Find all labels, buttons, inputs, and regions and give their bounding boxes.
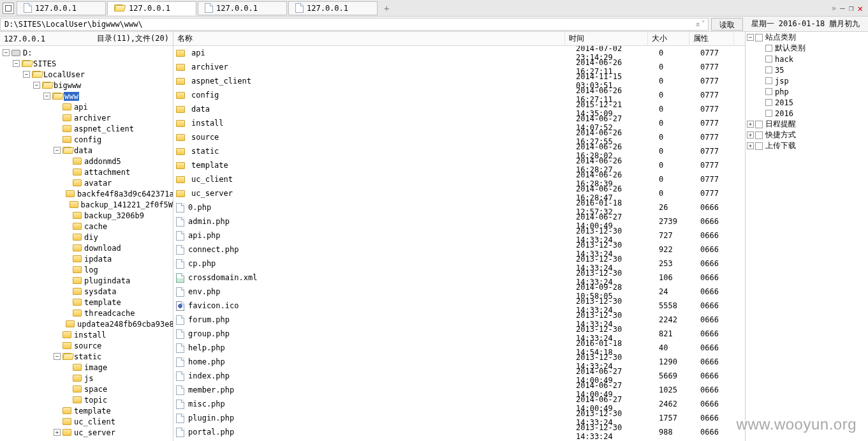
list-item[interactable]: data2015-12-21 14:35:0900777 [173, 102, 745, 116]
tab-add-button[interactable]: + [379, 2, 394, 15]
tree-node[interactable]: threadcache [0, 308, 173, 318]
tab-1[interactable]: 127.0.0.1 [107, 1, 196, 15]
right-tree-item[interactable]: +日程提醒 [746, 119, 868, 130]
tree-node[interactable]: −data [0, 145, 173, 156]
right-tree-item[interactable]: 默认类别 [746, 43, 868, 54]
path-updown-icon[interactable]: ± ˅ [696, 20, 704, 28]
right-tree-item[interactable]: +快捷方式 [746, 130, 868, 140]
list-item[interactable]: cp.php2013-12-30 14:33:242530666 [173, 257, 745, 271]
tree-node[interactable]: api [0, 101, 173, 112]
list-item[interactable]: portal.php2013-12-30 14:33:249880666 [173, 425, 745, 439]
right-tree-item[interactable]: +上传下载 [746, 140, 868, 151]
checkbox-icon[interactable] [765, 110, 772, 117]
list-item[interactable]: env.php2014-09-28 10:58:05240666 [173, 285, 745, 299]
checkbox-icon[interactable] [765, 88, 772, 95]
tree-node[interactable]: topic [0, 394, 173, 405]
list-item[interactable]: group.php2013-12-30 14:33:248210666 [173, 327, 745, 341]
path-input[interactable]: D:\SITES\LocalUser\bigwww\www\ ± ˅ [0, 18, 709, 31]
list-item[interactable]: source2014-06-26 16:27:5500777 [173, 130, 745, 144]
list-item[interactable]: aspnet_client2014-11-15 03:03:5100777 [173, 74, 745, 88]
tree-node[interactable]: js [0, 373, 173, 384]
tree-node[interactable]: backup_3206b9 [0, 210, 173, 221]
tree-node[interactable]: avatar [0, 177, 173, 188]
list-item[interactable]: uc_server2014-06-26 16:28:4700777 [173, 186, 745, 200]
list-item[interactable]: member.php2014-06-27 14:00:4910250666 [173, 383, 745, 397]
list-item[interactable]: 0.php2016-01-18 12:57:32260666 [173, 200, 745, 214]
list-item[interactable]: install2014-06-27 14:07:5200777 [173, 116, 745, 130]
tree-node[interactable]: ipdata [0, 253, 173, 264]
checkbox-icon[interactable] [765, 99, 772, 106]
list-item[interactable]: uc_client2014-06-26 16:28:3900777 [173, 172, 745, 186]
list-item[interactable]: static2014-06-26 16:28:0200777 [173, 144, 745, 158]
tree-node[interactable]: attachment [0, 167, 173, 177]
tree-node[interactable]: −SITES [0, 58, 173, 69]
column-header-attr[interactable]: 属性 [689, 32, 734, 45]
list-item[interactable]: crossdomain.xml2013-12-30 14:33:24106066… [173, 271, 745, 285]
tree-node[interactable]: +uc_server [0, 427, 173, 438]
tree-node[interactable]: −www [0, 91, 173, 101]
list-item[interactable]: forum.php2013-12-30 14:33:2422420666 [173, 313, 745, 327]
tree-toggle[interactable]: + [747, 131, 754, 138]
column-header-time[interactable]: 时间 [565, 32, 648, 45]
tree-node[interactable]: addonmd5 [0, 156, 173, 167]
list-item[interactable]: home.php2013-12-30 14:33:2412900666 [173, 355, 745, 369]
right-tree-item[interactable]: php [746, 86, 868, 97]
tab-0[interactable]: 127.0.0.1 [17, 1, 106, 15]
column-header-name[interactable]: 名称 [173, 32, 565, 45]
tree-node[interactable]: cache [0, 221, 173, 232]
tab-2[interactable]: 127.0.0.1 [198, 1, 287, 15]
right-tree-item[interactable]: −站点类别 [746, 32, 868, 43]
tree-node[interactable]: plugindata [0, 275, 173, 286]
tree-toggle[interactable]: − [13, 60, 20, 67]
chevron-right-icon[interactable]: » [832, 4, 836, 13]
tab-3[interactable]: 127.0.0.1 [288, 1, 378, 15]
list-item[interactable]: archiver2014-06-26 16:27:1100777 [173, 60, 745, 74]
list-item[interactable]: misc.php2014-06-27 14:00:4924620666 [173, 397, 745, 411]
checkbox-icon[interactable] [765, 77, 772, 84]
checkbox-icon[interactable] [765, 45, 772, 52]
tree-node[interactable]: aspnet_client [0, 123, 173, 134]
tree-node[interactable]: log [0, 264, 173, 275]
list-item[interactable]: api.php2013-12-30 14:33:247270666 [173, 228, 745, 243]
right-tree-item[interactable]: jsp [746, 75, 868, 86]
right-tree-item[interactable]: 2015 [746, 97, 868, 108]
tree-toggle[interactable]: − [54, 147, 61, 154]
right-tree-item[interactable]: 2016 [746, 108, 868, 119]
list-item[interactable]: template2014-06-26 16:28:2700777 [173, 158, 745, 172]
right-tree-item[interactable]: 35 [746, 64, 868, 75]
tree-node[interactable]: image [0, 362, 173, 373]
tree-toggle[interactable]: − [54, 353, 61, 360]
tree-toggle[interactable]: + [747, 142, 754, 149]
tree-node[interactable]: backup_141221_2f0f5W [0, 199, 173, 210]
list-item[interactable]: index.php2014-06-27 14:00:4956690666 [173, 369, 745, 383]
tree-node[interactable]: backfe4f8a3d9c642371a [0, 188, 173, 199]
right-tree-item[interactable]: hack [746, 54, 868, 64]
tree-toggle[interactable]: − [3, 49, 10, 56]
read-button[interactable]: 读取 [711, 18, 743, 31]
list-item[interactable]: admin.php2014-06-27 14:00:4927390666 [173, 214, 745, 228]
tree-node[interactable]: download [0, 243, 173, 253]
list-item[interactable]: plugin.php2013-12-30 14:33:2417570666 [173, 411, 745, 425]
checkbox-icon[interactable] [765, 56, 772, 63]
tree-node[interactable]: config [0, 134, 173, 145]
tree-toggle[interactable]: + [54, 429, 61, 436]
maximize-button[interactable]: ❐ [849, 3, 854, 13]
minimize-button[interactable]: — [840, 3, 845, 13]
tree-node[interactable]: sysdata [0, 286, 173, 297]
list-item[interactable]: config2014-06-26 16:27:1100777 [173, 88, 745, 102]
tree-toggle[interactable]: + [747, 121, 754, 128]
tree-toggle[interactable]: − [23, 71, 30, 78]
folder-tree[interactable]: −D:−SITES−LocalUser−bigwww−wwwapiarchive… [0, 46, 173, 441]
tree-node[interactable]: space [0, 384, 173, 394]
tree-toggle[interactable]: − [43, 93, 50, 100]
tree-node[interactable]: diy [0, 232, 173, 243]
tree-toggle[interactable]: − [33, 82, 40, 89]
close-button[interactable]: ✕ [858, 3, 863, 13]
tree-toggle[interactable]: − [747, 34, 754, 41]
list-item[interactable]: api2014-07-02 23:14:2900777 [173, 46, 745, 60]
tree-node[interactable]: updatea248fb69cba93e8 [0, 318, 173, 329]
tree-node[interactable]: −bigwww [0, 80, 173, 91]
tree-node[interactable]: install [0, 329, 173, 340]
tree-node[interactable]: template [0, 297, 173, 308]
tree-node[interactable]: archiver [0, 112, 173, 123]
